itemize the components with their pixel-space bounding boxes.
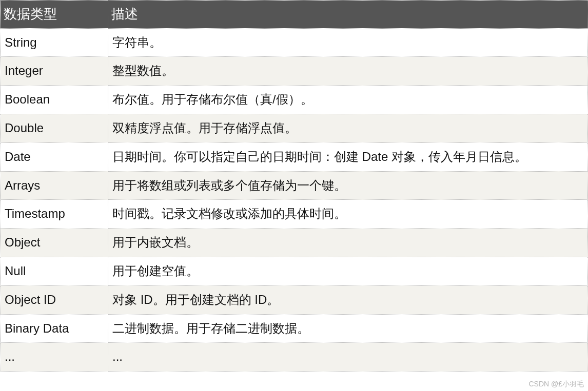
cell-type: Object ID [1,285,108,314]
data-types-table: 数据类型 描述 String 字符串。 Integer 整型数值。 Boolea… [0,0,588,372]
cell-desc: ... [108,343,588,372]
cell-type: Date [1,142,108,171]
cell-type: Null [1,257,108,286]
table-row: Integer 整型数值。 [1,57,588,86]
table-header-row: 数据类型 描述 [1,1,588,29]
cell-desc: 对象 ID。用于创建文档的 ID。 [108,285,588,314]
table-row: Date 日期时间。你可以指定自己的日期时间：创建 Date 对象，传入年月日信… [1,142,588,171]
cell-type: String [1,28,108,57]
cell-desc: 双精度浮点值。用于存储浮点值。 [108,114,588,143]
table-row: Null 用于创建空值。 [1,257,588,286]
cell-desc: 用于将数组或列表或多个值存储为一个键。 [108,171,588,200]
cell-desc: 布尔值。用于存储布尔值（真/假）。 [108,86,588,114]
table-row: Boolean 布尔值。用于存储布尔值（真/假）。 [1,86,588,114]
cell-desc: 用于创建空值。 [108,257,588,286]
table-row: ... ... [1,343,588,372]
table-row: Object ID 对象 ID。用于创建文档的 ID。 [1,285,588,314]
cell-type: Binary Data [1,314,108,343]
cell-type: Boolean [1,86,108,114]
cell-desc: 日期时间。你可以指定自己的日期时间：创建 Date 对象，传入年月日信息。 [108,142,588,171]
cell-desc: 时间戳。记录文档修改或添加的具体时间。 [108,200,588,229]
cell-desc: 整型数值。 [108,57,588,86]
cell-type: Timestamp [1,200,108,229]
table-row: Object 用于内嵌文档。 [1,229,588,257]
table-row: String 字符串。 [1,28,588,57]
cell-desc: 二进制数据。用于存储二进制数据。 [108,314,588,343]
cell-type: Object [1,229,108,257]
cell-type: Double [1,114,108,143]
cell-desc: 用于内嵌文档。 [108,229,588,257]
header-data-type: 数据类型 [1,1,108,29]
table-row: Arrays 用于将数组或列表或多个值存储为一个键。 [1,171,588,200]
cell-type: Arrays [1,171,108,200]
table-row: Binary Data 二进制数据。用于存储二进制数据。 [1,314,588,343]
cell-type: Integer [1,57,108,86]
cell-desc: 字符串。 [108,28,588,57]
table-row: Timestamp 时间戳。记录文档修改或添加的具体时间。 [1,200,588,229]
table-row: Double 双精度浮点值。用于存储浮点值。 [1,114,588,143]
header-description: 描述 [108,1,588,29]
cell-type: ... [1,343,108,372]
